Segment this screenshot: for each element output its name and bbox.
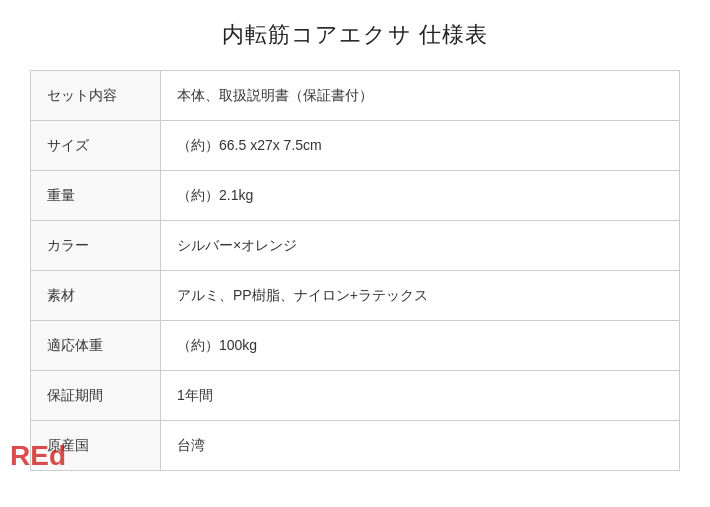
table-row: カラーシルバー×オレンジ — [31, 221, 680, 271]
row-label: 保証期間 — [31, 371, 161, 421]
row-value: アルミ、PP樹脂、ナイロン+ラテックス — [161, 271, 680, 321]
row-label: サイズ — [31, 121, 161, 171]
table-row: 適応体重（約）100kg — [31, 321, 680, 371]
table-row: セット内容本体、取扱説明書（保証書付） — [31, 71, 680, 121]
row-label: 適応体重 — [31, 321, 161, 371]
table-row: 保証期間1年間 — [31, 371, 680, 421]
table-row: 重量（約）2.1kg — [31, 171, 680, 221]
row-value: 台湾 — [161, 421, 680, 471]
row-label: カラー — [31, 221, 161, 271]
table-row: 原産国台湾 — [31, 421, 680, 471]
table-row: サイズ（約）66.5 x27x 7.5cm — [31, 121, 680, 171]
page-title: 内転筋コアエクサ 仕様表 — [222, 20, 488, 50]
spec-table: セット内容本体、取扱説明書（保証書付）サイズ（約）66.5 x27x 7.5cm… — [30, 70, 680, 471]
row-value: 本体、取扱説明書（保証書付） — [161, 71, 680, 121]
row-value: （約）2.1kg — [161, 171, 680, 221]
row-label: 重量 — [31, 171, 161, 221]
row-value: 1年間 — [161, 371, 680, 421]
row-value: （約）100kg — [161, 321, 680, 371]
watermark: REd — [0, 435, 76, 477]
row-label: 素材 — [31, 271, 161, 321]
row-value: （約）66.5 x27x 7.5cm — [161, 121, 680, 171]
table-row: 素材アルミ、PP樹脂、ナイロン+ラテックス — [31, 271, 680, 321]
row-label: セット内容 — [31, 71, 161, 121]
row-value: シルバー×オレンジ — [161, 221, 680, 271]
